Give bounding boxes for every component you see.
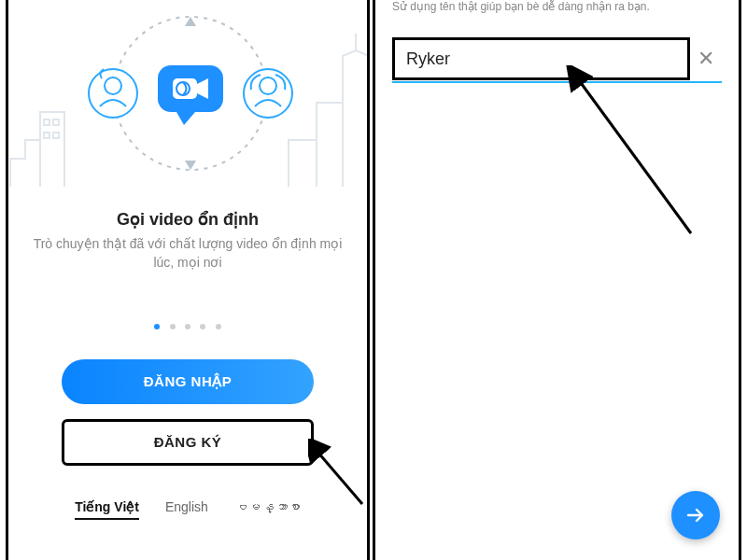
register-button[interactable]: ĐĂNG KÝ [62,419,314,466]
lang-option-my[interactable]: ဗမန္ဘာစာ [234,499,301,520]
name-entry-screen: Sử dụng tên thật giúp bạn bè dễ dàng nhậ… [373,0,741,560]
svg-rect-3 [53,133,59,138]
svg-rect-2 [44,133,49,138]
login-button[interactable]: ĐĂNG NHẬP [62,359,314,404]
welcome-screen: Gọi video ổn định Trò chuyện thật đã với… [6,0,370,560]
svg-rect-1 [53,119,59,125]
lang-option-vi[interactable]: Tiếng Việt [75,499,139,520]
input-underline [392,81,722,83]
page-dot[interactable] [200,324,205,329]
name-hint-text: Sử dụng tên thật giúp bạn bè dễ dàng nhậ… [375,0,739,17]
video-call-illustration [8,0,367,205]
onboarding-title: Gọi video ổn định [8,209,367,230]
lang-option-en[interactable]: English [165,499,208,520]
page-dot[interactable] [216,324,221,329]
onboarding-illustration [8,0,367,205]
clear-icon[interactable]: ✕ [690,47,722,71]
page-dot[interactable] [154,324,160,329]
next-button[interactable] [671,491,720,539]
onboarding-subtitle: Trò chuyện thật đã với chất lượng video … [8,230,367,272]
arrow-right-icon [684,504,707,526]
page-indicator [8,316,367,333]
page-dot[interactable] [170,324,176,329]
svg-marker-5 [185,17,196,26]
svg-rect-0 [44,119,49,125]
language-selector: Tiếng Việt English ဗမန္ဘာစာ [8,499,367,520]
svg-marker-14 [176,112,195,125]
page-dot[interactable] [185,324,190,329]
name-input-row: ✕ [392,37,722,80]
name-input[interactable] [392,37,690,80]
svg-marker-6 [185,161,196,170]
